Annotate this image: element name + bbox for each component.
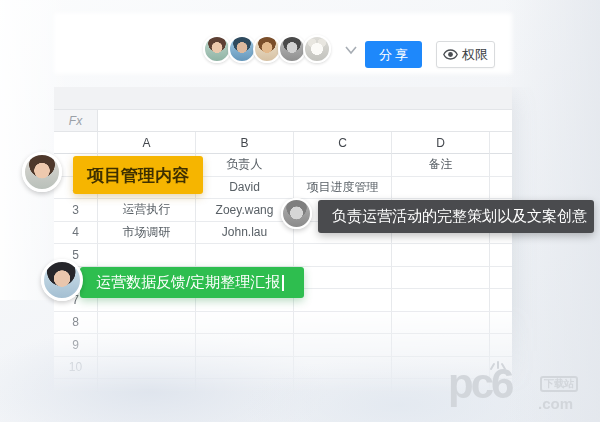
column-header-partial[interactable] xyxy=(490,132,512,154)
share-button[interactable]: 分享 xyxy=(365,41,422,68)
cell-E6[interactable] xyxy=(490,267,512,290)
callout-yellow-avatar[interactable] xyxy=(22,152,62,192)
permission-button[interactable]: 权限 xyxy=(436,41,495,68)
row-header-9[interactable]: 9 xyxy=(54,334,98,357)
cell-C1[interactable] xyxy=(294,154,392,177)
collaborator-avatars xyxy=(203,35,328,63)
cell-B2[interactable]: David xyxy=(196,177,294,200)
cell-D1[interactable]: 备注 xyxy=(392,154,490,177)
cell-C9[interactable] xyxy=(294,334,392,357)
cell-E5[interactable] xyxy=(490,244,512,267)
cell-A8[interactable] xyxy=(98,312,196,335)
row-header-4[interactable]: 4 xyxy=(54,222,98,245)
formula-bar: Fx xyxy=(54,110,512,132)
cell-C10[interactable] xyxy=(294,357,392,380)
chevron-down-icon[interactable] xyxy=(344,43,358,57)
cell-A5[interactable] xyxy=(98,244,196,267)
cell-B4[interactable]: John.lau xyxy=(196,222,294,245)
cell-C5[interactable] xyxy=(294,244,392,267)
watermark-badge: 下载站 xyxy=(540,376,578,392)
watermark: pc6 下载站 .com xyxy=(448,360,588,416)
formula-input[interactable] xyxy=(98,110,512,131)
sheet-toolbar-band xyxy=(54,87,512,110)
cell-B1[interactable]: 负责人 xyxy=(196,154,294,177)
column-header-D[interactable]: D xyxy=(392,132,490,154)
sheet-row xyxy=(54,379,512,402)
cell-B3[interactable]: Zoey.wang xyxy=(196,199,294,222)
collaborator-avatar[interactable] xyxy=(228,35,256,63)
collaborator-avatar[interactable] xyxy=(253,35,281,63)
select-all-corner[interactable] xyxy=(54,132,98,154)
row-header-8[interactable]: 8 xyxy=(54,312,98,335)
cell-A9[interactable] xyxy=(98,334,196,357)
permission-button-label: 权限 xyxy=(462,46,488,64)
collaborator-avatar[interactable] xyxy=(303,35,331,63)
fx-label: Fx xyxy=(54,110,98,131)
cell-B5[interactable] xyxy=(196,244,294,267)
cell-B9[interactable] xyxy=(196,334,294,357)
sheet-fade-wrapper: Fx ABCD1负责人备注2David项目进度管理3运营执行Zoey.wang4… xyxy=(54,87,594,407)
cell-D5[interactable] xyxy=(392,244,490,267)
page: { "topbar": { "share_label": "分享", "perm… xyxy=(0,0,600,422)
comment-tooltip-text: 负责运营活动的完整策划以及文案创意 xyxy=(318,200,594,233)
cell-A10[interactable] xyxy=(98,357,196,380)
cell-C11[interactable] xyxy=(294,379,392,402)
row-header-3[interactable]: 3 xyxy=(54,199,98,222)
cell-B8[interactable] xyxy=(196,312,294,335)
column-header-row: ABCD xyxy=(54,132,512,154)
callout-green-avatar[interactable] xyxy=(41,259,83,301)
cell-A3[interactable]: 运营执行 xyxy=(98,199,196,222)
column-header-A[interactable]: A xyxy=(98,132,196,154)
text-cursor xyxy=(282,275,284,291)
cell-E1[interactable] xyxy=(490,154,512,177)
column-header-B[interactable]: B xyxy=(196,132,294,154)
row-header-10[interactable]: 10 xyxy=(54,357,98,380)
cell-E8[interactable] xyxy=(490,312,512,335)
callout-green-text: 运营数据反馈/定期整理汇报 xyxy=(96,273,280,292)
cell-E2[interactable] xyxy=(490,177,512,200)
eye-icon xyxy=(443,49,458,60)
watermark-logo: pc6 xyxy=(448,360,511,408)
row-header-11[interactable] xyxy=(54,379,98,402)
cell-D9[interactable] xyxy=(392,334,490,357)
collaborator-avatar[interactable] xyxy=(203,35,231,63)
toolbar: 分享 权限 xyxy=(0,0,600,80)
spreadsheet: Fx ABCD1负责人备注2David项目进度管理3运营执行Zoey.wang4… xyxy=(54,87,512,402)
cell-A4[interactable]: 市场调研 xyxy=(98,222,196,245)
cell-D6[interactable] xyxy=(392,267,490,290)
collaborator-avatar[interactable] xyxy=(278,35,306,63)
cell-E7[interactable] xyxy=(490,289,512,312)
cell-C6[interactable] xyxy=(294,267,392,290)
cell-D2[interactable] xyxy=(392,177,490,200)
sheet-row: 5 xyxy=(54,244,512,267)
watermark-suffix: .com xyxy=(538,395,573,412)
cell-C7[interactable] xyxy=(294,289,392,312)
cell-A11[interactable] xyxy=(98,379,196,402)
sheet-row: 8 xyxy=(54,312,512,335)
column-header-C[interactable]: C xyxy=(294,132,392,154)
cell-B10[interactable] xyxy=(196,357,294,380)
callout-yellow-label[interactable]: 项目管理内容 xyxy=(73,156,203,194)
comment-tooltip-avatar[interactable] xyxy=(281,198,312,229)
callout-green-editing[interactable]: 运营数据反馈/定期整理汇报 xyxy=(80,267,304,298)
cell-C8[interactable] xyxy=(294,312,392,335)
sheet-row: 10 xyxy=(54,357,512,380)
cell-C2[interactable]: 项目进度管理 xyxy=(294,177,392,200)
cell-D7[interactable] xyxy=(392,289,490,312)
cell-E9[interactable] xyxy=(490,334,512,357)
cell-B11[interactable] xyxy=(196,379,294,402)
cell-D8[interactable] xyxy=(392,312,490,335)
sheet-row: 9 xyxy=(54,334,512,357)
